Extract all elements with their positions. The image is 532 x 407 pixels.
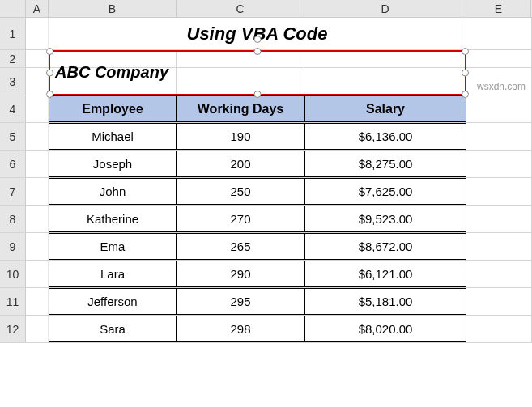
cell-employee[interactable]: Lara <box>49 261 177 287</box>
row-header-12[interactable]: 12 <box>0 316 26 342</box>
resize-handle-mr[interactable] <box>462 70 469 77</box>
cell-employee[interactable]: Sara <box>49 316 177 342</box>
cell-A6[interactable] <box>26 151 49 177</box>
cell-E9[interactable] <box>466 233 532 260</box>
resize-handle-tr[interactable] <box>462 48 469 55</box>
col-header-C[interactable]: C <box>177 0 304 17</box>
row-1: 1 Using VBA Code <box>0 18 532 50</box>
resize-handle-ml[interactable] <box>46 70 53 77</box>
row-header-5[interactable]: 5 <box>0 123 26 150</box>
cell-A1[interactable] <box>26 18 49 49</box>
row-4: 4 Employee Working Days Salary <box>0 95 532 123</box>
title-cell[interactable]: Using VBA Code <box>49 18 466 49</box>
cell-E4[interactable] <box>466 95 532 122</box>
row-header-9[interactable]: 9 <box>0 233 26 260</box>
textbox-text[interactable]: ABC Company <box>55 63 168 82</box>
table-row: 6 Joseph 200 $8,275.00 <box>0 151 532 178</box>
resize-handle-tl[interactable] <box>46 48 53 55</box>
cell-working-days[interactable]: 270 <box>177 206 304 232</box>
cell-employee[interactable]: Joseph <box>49 151 177 177</box>
cell-working-days[interactable]: 295 <box>177 288 304 315</box>
cell-A11[interactable] <box>26 288 49 315</box>
cell-salary[interactable]: $6,121.00 <box>304 261 466 287</box>
resize-handle-br[interactable] <box>462 91 469 98</box>
cell-salary[interactable]: $8,672.00 <box>304 233 466 260</box>
cell-E11[interactable] <box>466 288 532 315</box>
cell-A10[interactable] <box>26 261 49 287</box>
column-headers-row: A B C D E <box>0 0 532 18</box>
cell-employee[interactable]: Katherine <box>49 206 177 232</box>
rotate-handle-icon[interactable] <box>254 36 262 43</box>
cell-E10[interactable] <box>466 261 532 287</box>
cell-working-days[interactable]: 190 <box>177 123 304 150</box>
header-salary[interactable]: Salary <box>304 95 466 122</box>
cell-E5[interactable] <box>466 123 532 150</box>
resize-handle-bm[interactable] <box>254 91 262 98</box>
table-row: 9 Ema 265 $8,672.00 <box>0 233 532 261</box>
cell-salary[interactable]: $6,136.00 <box>304 123 466 150</box>
row-header-2[interactable]: 2 <box>0 50 26 67</box>
cell-A3[interactable] <box>26 68 49 95</box>
table-row: 12 Sara 298 $8,020.00 <box>0 316 532 343</box>
resize-handle-bl[interactable] <box>46 91 53 98</box>
cell-salary[interactable]: $8,275.00 <box>304 151 466 177</box>
row-header-3[interactable]: 3 <box>0 68 26 95</box>
cell-employee[interactable]: John <box>49 178 177 205</box>
cell-working-days[interactable]: 290 <box>177 261 304 287</box>
row-header-6[interactable]: 6 <box>0 151 26 177</box>
cell-E1[interactable] <box>466 18 532 49</box>
cell-working-days[interactable]: 298 <box>177 316 304 342</box>
col-header-E[interactable]: E <box>466 0 531 17</box>
resize-handle-tm[interactable] <box>254 48 262 55</box>
cell-salary[interactable]: $7,625.00 <box>304 178 466 205</box>
cell-E2[interactable] <box>466 50 532 67</box>
cell-employee[interactable]: Ema <box>49 233 177 260</box>
row-header-8[interactable]: 8 <box>0 206 26 232</box>
row-header-11[interactable]: 11 <box>0 288 26 315</box>
cell-E6[interactable] <box>466 151 532 177</box>
cell-E7[interactable] <box>466 178 532 205</box>
col-header-D[interactable]: D <box>304 0 466 17</box>
col-header-B[interactable]: B <box>49 0 177 17</box>
header-employee[interactable]: Employee <box>49 95 177 122</box>
cell-employee[interactable]: Jefferson <box>49 288 177 315</box>
cell-salary[interactable]: $8,020.00 <box>304 316 466 342</box>
row-header-10[interactable]: 10 <box>0 261 26 287</box>
table-row: 7 John 250 $7,625.00 <box>0 178 532 206</box>
cell-A9[interactable] <box>26 233 49 260</box>
cell-employee[interactable]: Michael <box>49 123 177 150</box>
cell-working-days[interactable]: 250 <box>177 178 304 205</box>
row-header-4[interactable]: 4 <box>0 95 26 122</box>
row-header-1[interactable]: 1 <box>0 18 26 49</box>
cell-salary[interactable]: $5,181.00 <box>304 288 466 315</box>
col-header-A[interactable]: A <box>26 0 49 17</box>
cell-A12[interactable] <box>26 316 49 342</box>
cell-working-days[interactable]: 265 <box>177 233 304 260</box>
textbox-selection[interactable]: ABC Company <box>49 50 466 95</box>
cell-A7[interactable] <box>26 178 49 205</box>
cell-working-days[interactable]: 200 <box>177 151 304 177</box>
cell-A4[interactable] <box>26 95 49 122</box>
cell-A8[interactable] <box>26 206 49 232</box>
cell-E8[interactable] <box>466 206 532 232</box>
row-header-7[interactable]: 7 <box>0 178 26 205</box>
select-all-corner[interactable] <box>0 0 26 17</box>
cell-salary[interactable]: $9,523.00 <box>304 206 466 232</box>
header-working-days[interactable]: Working Days <box>177 95 304 122</box>
watermark-text: wsxdn.com <box>477 81 526 92</box>
cell-A5[interactable] <box>26 123 49 150</box>
table-row: 8 Katherine 270 $9,523.00 <box>0 206 532 233</box>
table-row: 11 Jefferson 295 $5,181.00 <box>0 288 532 316</box>
table-row: 5 Michael 190 $6,136.00 <box>0 123 532 151</box>
cell-A2[interactable] <box>26 50 49 67</box>
table-row: 10 Lara 290 $6,121.00 <box>0 261 532 288</box>
cell-E12[interactable] <box>466 316 532 342</box>
